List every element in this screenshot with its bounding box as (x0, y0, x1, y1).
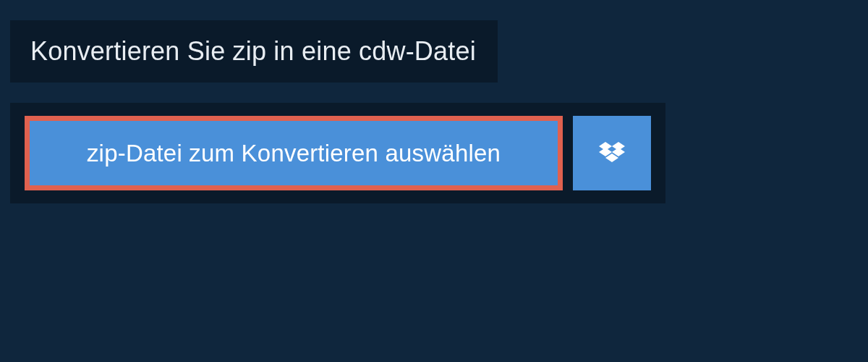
select-file-button[interactable]: zip-Datei zum Konvertieren auswählen (25, 116, 563, 190)
select-file-label: zip-Datei zum Konvertieren auswählen (87, 140, 501, 167)
button-row: zip-Datei zum Konvertieren auswählen (10, 103, 665, 203)
page-title: Konvertieren Sie zip in eine cdw-Datei (30, 36, 476, 66)
dropbox-button[interactable] (573, 116, 651, 190)
header-bar: Konvertieren Sie zip in eine cdw-Datei (10, 20, 498, 83)
dropbox-icon (599, 142, 625, 165)
